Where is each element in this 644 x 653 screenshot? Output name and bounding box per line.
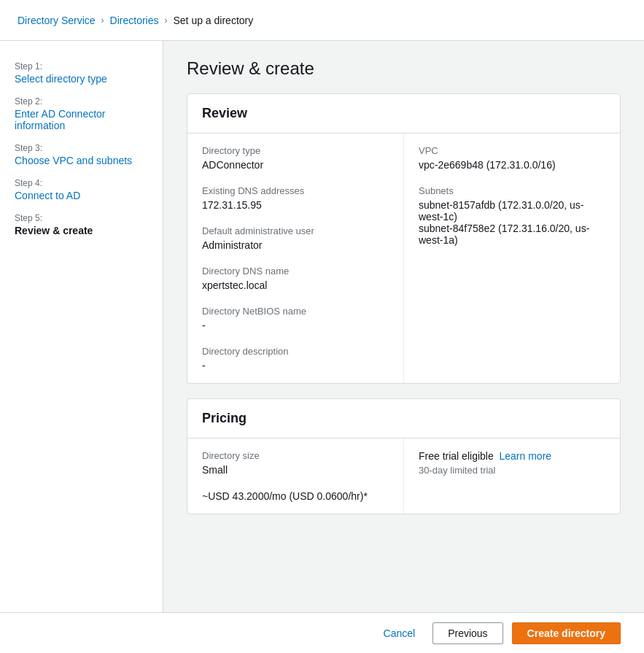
- footer-bar: Cancel Previous Create directory: [0, 612, 644, 653]
- field-admin-user: Default administrative user Administrato…: [202, 225, 389, 251]
- field-dns-name-value: xpertstec.local: [202, 279, 389, 291]
- previous-button[interactable]: Previous: [432, 622, 503, 644]
- field-netbios-name-value: -: [202, 320, 389, 331]
- field-vpc-label: VPC: [419, 145, 605, 156]
- field-subnets: Subnets subnet-8157afdb (172.31.0.0/20, …: [419, 185, 605, 246]
- field-vpc: VPC vpc-2e669b48 (172.31.0.0/16): [419, 145, 605, 171]
- field-netbios-name: Directory NetBIOS name -: [202, 306, 389, 331]
- step-1-label: Select directory type: [15, 73, 148, 85]
- step-4-label: Connect to AD: [15, 190, 148, 201]
- step-1-number: Step 1:: [15, 61, 148, 72]
- field-directory-type-label: Directory type: [202, 145, 389, 156]
- field-subnets-label: Subnets: [419, 185, 605, 196]
- step-3-label: Choose VPC and subnets: [15, 155, 148, 166]
- review-right-col: VPC vpc-2e669b48 (172.31.0.0/16) Subnets…: [404, 134, 620, 383]
- review-header: Review: [187, 94, 620, 134]
- breadcrumb: Directory Service › Directories › Set up…: [18, 15, 253, 26]
- field-vpc-value: vpc-2e669b48 (172.31.0.0/16): [419, 159, 605, 171]
- pricing-header: Pricing: [187, 399, 620, 438]
- breadcrumb-sep-2: ›: [165, 15, 168, 26]
- content-area: Review & create Review Directory type AD…: [163, 41, 644, 653]
- top-bar: Directory Service › Directories › Set up…: [0, 0, 644, 41]
- breadcrumb-service[interactable]: Directory Service: [18, 15, 96, 26]
- step-3-number: Step 3:: [15, 143, 148, 153]
- sidebar-step-3[interactable]: Step 3: Choose VPC and subnets: [0, 137, 163, 172]
- step-5-number: Step 5:: [15, 213, 148, 223]
- step-4-number: Step 4:: [15, 178, 148, 188]
- field-netbios-name-label: Directory NetBIOS name: [202, 306, 389, 317]
- sidebar-step-2[interactable]: Step 2: Enter AD Connector information: [0, 90, 163, 137]
- sidebar-step-1[interactable]: Step 1: Select directory type: [0, 55, 163, 90]
- sidebar-step-5[interactable]: Step 5: Review & create: [0, 207, 163, 242]
- breadcrumb-directories[interactable]: Directories: [110, 15, 159, 26]
- page-title: Review & create: [187, 58, 621, 79]
- field-dir-size: Directory size Small: [202, 450, 389, 476]
- pricing-left-col: Directory size Small ~USD 43.2000/mo (US…: [187, 438, 404, 514]
- free-trial-label: Free trial eligible: [419, 450, 494, 462]
- sidebar: Step 1: Select directory type Step 2: En…: [0, 41, 163, 653]
- field-admin-user-value: Administrator: [202, 239, 389, 251]
- field-description-value: -: [202, 360, 389, 371]
- breadcrumb-sep-1: ›: [101, 15, 104, 26]
- field-cost-value: ~USD 43.2000/mo (USD 0.0600/hr)*: [202, 490, 389, 502]
- field-dns-addresses: Existing DNS addresses 172.31.15.95: [202, 185, 389, 211]
- sidebar-step-4[interactable]: Step 4: Connect to AD: [0, 172, 163, 207]
- step-2-label: Enter AD Connector information: [15, 108, 148, 131]
- field-description-label: Directory description: [202, 346, 389, 357]
- create-directory-button[interactable]: Create directory: [512, 622, 621, 644]
- review-left-col: Directory type ADConnector Existing DNS …: [187, 134, 404, 383]
- pricing-body: Directory size Small ~USD 43.2000/mo (US…: [187, 438, 620, 514]
- step-5-label: Review & create: [15, 225, 148, 236]
- field-dns-name-label: Directory DNS name: [202, 266, 389, 277]
- field-dns-addresses-value: 172.31.15.95: [202, 199, 389, 211]
- breadcrumb-current: Set up a directory: [174, 15, 254, 26]
- field-directory-type: Directory type ADConnector: [202, 145, 389, 171]
- step-2-number: Step 2:: [15, 96, 148, 107]
- pricing-right-col: Free trial eligible Learn more 30-day li…: [404, 438, 620, 514]
- field-dir-size-label: Directory size: [202, 450, 389, 461]
- main-layout: Step 1: Select directory type Step 2: En…: [0, 41, 644, 653]
- field-dns-addresses-label: Existing DNS addresses: [202, 185, 389, 196]
- trial-sub-text: 30-day limited trial: [419, 465, 605, 476]
- review-body: Directory type ADConnector Existing DNS …: [187, 134, 620, 383]
- field-admin-user-label: Default administrative user: [202, 225, 389, 236]
- field-directory-type-value: ADConnector: [202, 159, 389, 171]
- trial-eligible-text: Free trial eligible Learn more: [419, 450, 605, 462]
- pricing-card: Pricing Directory size Small ~USD 43.200…: [187, 398, 621, 514]
- field-description: Directory description -: [202, 346, 389, 371]
- cancel-button[interactable]: Cancel: [375, 623, 424, 644]
- learn-more-link[interactable]: Learn more: [500, 450, 552, 462]
- field-dns-name: Directory DNS name xpertstec.local: [202, 266, 389, 291]
- field-subnets-value: subnet-8157afdb (172.31.0.0/20, us-west-…: [419, 199, 605, 246]
- field-dir-size-value: Small: [202, 464, 389, 476]
- review-card: Review Directory type ADConnector Existi…: [187, 93, 621, 384]
- field-cost: ~USD 43.2000/mo (USD 0.0600/hr)*: [202, 490, 389, 502]
